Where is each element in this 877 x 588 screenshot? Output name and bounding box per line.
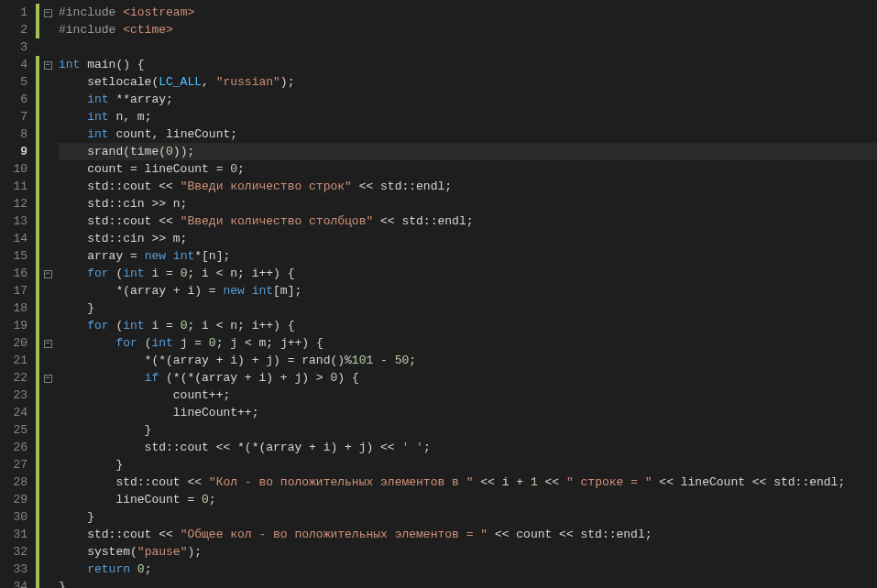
code-token: int	[123, 267, 144, 280]
fold-toggle-icon[interactable]: −	[44, 375, 52, 383]
code-token: ));	[173, 145, 194, 158]
modified-line-marker	[36, 474, 39, 491]
line-number: 31	[0, 526, 27, 543]
code-token: lineCount =	[59, 493, 202, 506]
code-line[interactable]	[59, 38, 877, 56]
modified-line-marker	[36, 491, 39, 508]
code-token: lineCount++;	[59, 406, 258, 419]
code-token: int	[123, 319, 144, 332]
code-line[interactable]: #include <iostream>	[59, 4, 877, 21]
line-number: 21	[0, 352, 27, 369]
fold-slot	[40, 91, 55, 108]
code-line[interactable]: }	[59, 299, 877, 317]
line-number: 11	[0, 178, 27, 195]
fold-slot	[40, 108, 55, 125]
fold-slot: −	[40, 265, 55, 282]
code-token: #include	[59, 5, 123, 19]
fold-toggle-icon[interactable]: −	[44, 9, 52, 17]
code-line[interactable]: int count, lineCount;	[59, 125, 877, 143]
code-token: 0	[230, 162, 237, 176]
modified-line-marker	[36, 195, 39, 212]
code-token: ; i < n; i++) {	[187, 267, 294, 280]
line-number: 2	[0, 21, 27, 38]
fold-slot: −	[40, 334, 55, 352]
fold-toggle-icon[interactable]: −	[44, 270, 52, 278]
code-token	[59, 371, 145, 385]
fold-toggle-icon[interactable]: −	[44, 61, 52, 70]
code-line[interactable]: std::cin >> m;	[59, 230, 877, 247]
modified-line-marker	[36, 299, 39, 317]
code-line[interactable]: *(array + i) = new int[m];	[59, 282, 877, 299]
code-token: count, lineCount;	[109, 127, 237, 141]
code-line[interactable]: return 0;	[59, 561, 877, 578]
fold-slot	[40, 387, 55, 404]
code-line[interactable]: *(*(array + i) + j) = rand()%101 - 50;	[59, 352, 877, 369]
code-token: 0	[209, 336, 216, 350]
fold-slot: −	[40, 369, 55, 387]
code-token: #include	[59, 23, 123, 37]
code-token: "Введи количество строк"	[181, 180, 352, 193]
line-number: 33	[0, 561, 27, 578]
fold-toggle-icon[interactable]: −	[44, 340, 52, 348]
modified-line-marker	[36, 526, 39, 543]
code-line[interactable]: for (int i = 0; i < n; i++) {	[59, 265, 877, 282]
code-token: << std::endl;	[373, 214, 473, 228]
line-number: 9	[0, 143, 27, 160]
modified-line-marker	[36, 160, 39, 178]
code-line[interactable]: int **array;	[59, 91, 877, 108]
code-line[interactable]: count = lineCount = 0;	[59, 160, 877, 178]
code-line[interactable]: for (int j = 0; j < m; j++) {	[59, 334, 877, 352]
modified-line-marker	[36, 578, 39, 588]
code-line[interactable]: int main() {	[59, 56, 877, 73]
code-token	[245, 284, 252, 298]
code-token: srand(time(	[59, 145, 166, 158]
code-line[interactable]: std::cout << "Общее кол - во положительн…	[59, 526, 877, 543]
code-line[interactable]: for (int i = 0; i < n; i++) {	[59, 317, 877, 334]
code-line[interactable]: array = new int*[n];	[59, 247, 877, 265]
modified-line-marker	[36, 143, 39, 160]
code-line[interactable]: count++;	[59, 387, 877, 404]
code-line[interactable]: std::cin >> n;	[59, 195, 877, 212]
fold-column[interactable]: −−−−−	[40, 0, 55, 588]
fold-slot	[40, 421, 55, 439]
code-line[interactable]: std::cout << "Введи количество столбцов"…	[59, 212, 877, 230]
code-line[interactable]: if (*(*(array + i) + j) > 0) {	[59, 369, 877, 387]
code-editor[interactable]: 1234567891011121314151617181920212223242…	[0, 0, 877, 588]
code-line[interactable]: std::cout << *(*(array + i) + j) << ' ';	[59, 439, 877, 456]
line-number: 25	[0, 421, 27, 439]
code-line[interactable]: }	[59, 508, 877, 526]
code-token: (	[109, 319, 124, 332]
code-token: (	[109, 267, 124, 280]
code-token	[59, 336, 115, 350]
code-line[interactable]: }	[59, 456, 877, 474]
code-token: i =	[145, 319, 181, 332]
code-line[interactable]: }	[59, 578, 877, 588]
line-number: 8	[0, 125, 27, 143]
fold-slot	[40, 561, 55, 578]
modified-line-marker	[36, 73, 39, 91]
code-line[interactable]: lineCount++;	[59, 404, 877, 421]
code-line[interactable]: setlocale(LC_ALL, "russian");	[59, 73, 877, 91]
code-token: std::cin >> n;	[59, 197, 187, 211]
modified-line-marker	[36, 561, 39, 578]
code-token: int	[87, 93, 108, 106]
code-token: int	[151, 336, 172, 350]
code-line[interactable]: lineCount = 0;	[59, 491, 877, 508]
code-line[interactable]: srand(time(0));	[59, 143, 877, 160]
code-line[interactable]: std::cout << "Введи количество строк" <<…	[59, 178, 877, 195]
code-token: << std::endl;	[352, 180, 452, 193]
modified-line-marker	[36, 212, 39, 230]
code-line[interactable]: }	[59, 421, 877, 439]
line-number: 1	[0, 4, 27, 21]
code-line[interactable]: system("pause");	[59, 543, 877, 561]
code-line[interactable]: int n, m;	[59, 108, 877, 125]
modified-line-marker	[36, 91, 39, 108]
fold-slot	[40, 230, 55, 247]
code-token: i =	[145, 267, 181, 280]
code-line[interactable]: std::cout << "Кол - во положительных эле…	[59, 474, 877, 491]
code-line[interactable]: #include <ctime>	[59, 21, 877, 38]
fold-slot	[40, 143, 55, 160]
code-area[interactable]: #include <iostream>#include <ctime>int m…	[55, 0, 877, 588]
code-token: 0	[137, 562, 145, 576]
fold-slot	[40, 352, 55, 369]
